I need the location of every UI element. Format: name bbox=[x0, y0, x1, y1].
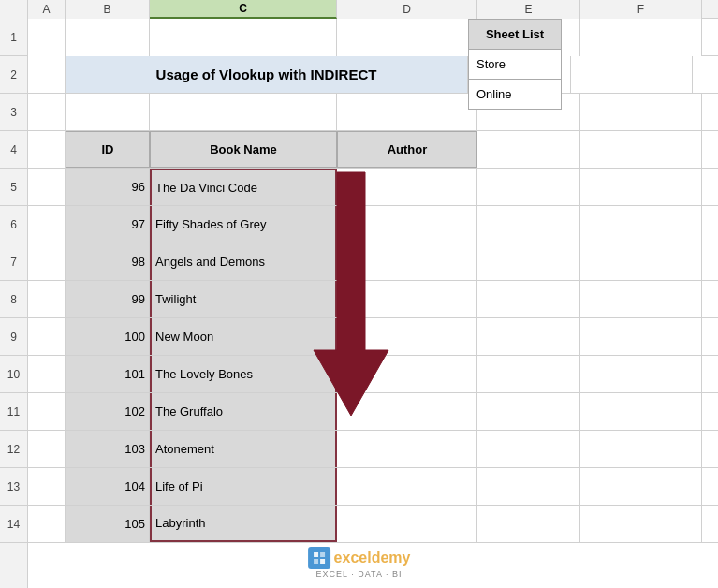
row-num-12[interactable]: 12 bbox=[0, 431, 27, 468]
cell-A11[interactable] bbox=[28, 393, 66, 430]
cell-book-5[interactable]: The Da Vinci Code bbox=[150, 169, 337, 205]
cell-book-11[interactable]: The Gruffalo bbox=[150, 393, 337, 430]
cell-author-14[interactable] bbox=[337, 506, 477, 542]
cell-D3[interactable] bbox=[337, 94, 477, 130]
cell-book-14[interactable]: Labyrinth bbox=[150, 506, 337, 542]
cell-author-5[interactable] bbox=[337, 169, 477, 205]
row-num-10[interactable]: 10 bbox=[0, 356, 27, 393]
cell-book-12[interactable]: Atonement bbox=[150, 431, 337, 467]
cell-A7[interactable] bbox=[28, 243, 66, 280]
cell-E9[interactable] bbox=[477, 318, 580, 355]
cell-C3[interactable] bbox=[150, 94, 337, 130]
sheet-list-store[interactable]: Store bbox=[468, 50, 562, 80]
sheet-list-online[interactable]: Online bbox=[468, 80, 562, 110]
cell-F1[interactable] bbox=[580, 19, 702, 56]
cell-D1[interactable] bbox=[337, 19, 477, 56]
cell-A6[interactable] bbox=[28, 206, 66, 243]
cell-id-5[interactable]: 96 bbox=[66, 169, 150, 205]
cell-E7[interactable] bbox=[477, 243, 580, 280]
cell-id-8[interactable]: 99 bbox=[66, 281, 150, 317]
cell-book-8[interactable]: Twilight bbox=[150, 281, 337, 317]
col-header-F[interactable]: F bbox=[580, 0, 702, 19]
cell-book-13[interactable]: Life of Pi bbox=[150, 468, 337, 505]
cell-A2[interactable] bbox=[28, 56, 66, 93]
row-num-11[interactable]: 11 bbox=[0, 393, 27, 431]
cell-F5[interactable] bbox=[580, 169, 702, 205]
cell-author-11[interactable] bbox=[337, 393, 477, 430]
col-header-A[interactable]: A bbox=[28, 0, 66, 19]
cell-F6[interactable] bbox=[580, 206, 702, 243]
cell-id-9[interactable]: 100 bbox=[66, 318, 150, 355]
cell-F3[interactable] bbox=[580, 94, 702, 130]
cell-A8[interactable] bbox=[28, 281, 66, 317]
cell-A4[interactable] bbox=[28, 131, 66, 168]
cell-F10[interactable] bbox=[580, 356, 702, 392]
cell-id-11[interactable]: 102 bbox=[66, 393, 150, 430]
row-num-5[interactable]: 5 bbox=[0, 169, 27, 206]
cell-F14[interactable] bbox=[580, 506, 702, 542]
header-id[interactable]: ID bbox=[66, 131, 150, 168]
cell-E5[interactable] bbox=[477, 169, 580, 205]
cell-F8[interactable] bbox=[580, 281, 702, 317]
row-num-14[interactable]: 14 bbox=[0, 506, 27, 543]
cell-book-7[interactable]: Angels and Demons bbox=[150, 243, 337, 280]
cell-E4[interactable] bbox=[477, 131, 580, 168]
cell-title[interactable]: Usage of Vlookup with INDIRECT bbox=[66, 56, 468, 93]
row-num-4[interactable]: 4 bbox=[0, 131, 27, 169]
cell-F11[interactable] bbox=[580, 393, 702, 430]
cell-author-10[interactable] bbox=[337, 356, 477, 392]
cell-author-13[interactable] bbox=[337, 468, 477, 505]
cell-E8[interactable] bbox=[477, 281, 580, 317]
cell-E14[interactable] bbox=[477, 506, 580, 542]
cell-E11[interactable] bbox=[477, 393, 580, 430]
col-header-D[interactable]: D bbox=[337, 0, 477, 19]
row-num-2[interactable]: 2 bbox=[0, 56, 27, 94]
row-num-13[interactable]: 13 bbox=[0, 468, 27, 506]
col-header-C[interactable]: C bbox=[150, 0, 337, 19]
cell-F13[interactable] bbox=[580, 468, 702, 505]
cell-book-9[interactable]: New Moon bbox=[150, 318, 337, 355]
cell-B1[interactable] bbox=[66, 19, 150, 56]
row-num-7[interactable]: 7 bbox=[0, 243, 27, 281]
cell-author-12[interactable] bbox=[337, 431, 477, 467]
row-num-3[interactable]: 3 bbox=[0, 94, 27, 131]
cell-id-7[interactable]: 98 bbox=[66, 243, 150, 280]
cell-A13[interactable] bbox=[28, 468, 66, 505]
cell-author-6[interactable] bbox=[337, 206, 477, 243]
cell-book-10[interactable]: The Lovely Bones bbox=[150, 356, 337, 392]
cell-A14[interactable] bbox=[28, 506, 66, 542]
row-num-9[interactable]: 9 bbox=[0, 318, 27, 356]
cell-id-13[interactable]: 104 bbox=[66, 468, 150, 505]
row-num-8[interactable]: 8 bbox=[0, 281, 27, 318]
cell-E6[interactable] bbox=[477, 206, 580, 243]
cell-C1[interactable] bbox=[150, 19, 337, 56]
cell-A12[interactable] bbox=[28, 431, 66, 467]
row-num-1[interactable]: 1 bbox=[0, 19, 27, 56]
col-header-B[interactable]: B bbox=[66, 0, 150, 19]
cell-F9[interactable] bbox=[580, 318, 702, 355]
cell-E10[interactable] bbox=[477, 356, 580, 392]
cell-A3[interactable] bbox=[28, 94, 66, 130]
cell-id-14[interactable]: 105 bbox=[66, 506, 150, 542]
cell-A10[interactable] bbox=[28, 356, 66, 392]
cell-F7[interactable] bbox=[580, 243, 702, 280]
cell-id-12[interactable]: 103 bbox=[66, 431, 150, 467]
cell-book-6[interactable]: Fifty Shades of Grey bbox=[150, 206, 337, 243]
row-num-6[interactable]: 6 bbox=[0, 206, 27, 243]
header-book-name[interactable]: Book Name bbox=[150, 131, 337, 168]
cell-author-7[interactable] bbox=[337, 243, 477, 280]
cell-A9[interactable] bbox=[28, 318, 66, 355]
cell-A5[interactable] bbox=[28, 169, 66, 205]
cell-E12[interactable] bbox=[477, 431, 580, 467]
header-author[interactable]: Author bbox=[337, 131, 477, 168]
cell-E13[interactable] bbox=[477, 468, 580, 505]
cell-F2[interactable] bbox=[571, 56, 693, 93]
cell-B3[interactable] bbox=[66, 94, 150, 130]
cell-author-9[interactable] bbox=[337, 318, 477, 355]
cell-F12[interactable] bbox=[580, 431, 702, 467]
cell-F4[interactable] bbox=[580, 131, 702, 168]
cell-id-6[interactable]: 97 bbox=[66, 206, 150, 243]
cell-author-8[interactable] bbox=[337, 281, 477, 317]
cell-id-10[interactable]: 101 bbox=[66, 356, 150, 392]
col-header-E[interactable]: E bbox=[477, 0, 580, 19]
